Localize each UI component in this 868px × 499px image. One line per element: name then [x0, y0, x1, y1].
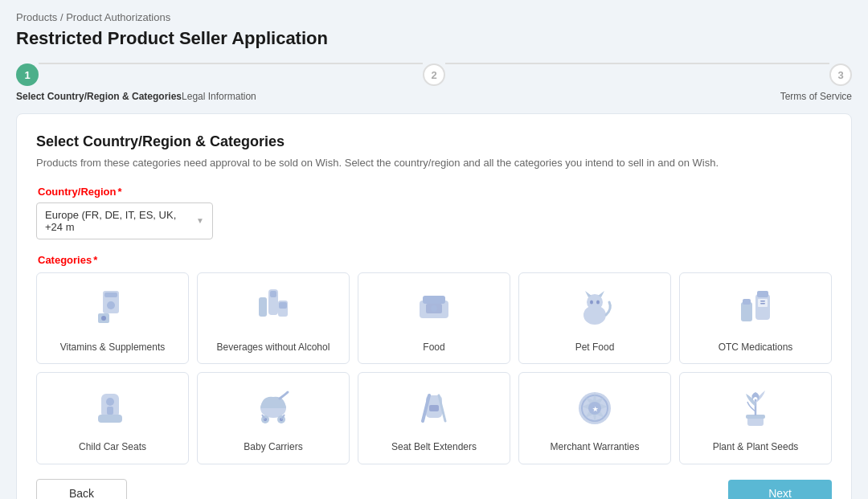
step-line-2-3	[445, 63, 829, 64]
category-otc[interactable]: OTC Medications	[679, 272, 832, 365]
svg-point-4	[101, 316, 106, 321]
section-title: Select Country/Region & Categories	[36, 133, 832, 150]
next-button[interactable]: Next	[728, 480, 832, 499]
step-circle-3: 3	[829, 63, 852, 86]
step-line-1-2	[39, 63, 423, 64]
category-vitamins[interactable]: Vitamins & Supplements	[36, 272, 189, 365]
category-food[interactable]: Food	[358, 272, 510, 365]
category-babycarrier[interactable]: Baby Carriers	[197, 372, 350, 464]
svg-rect-25	[741, 302, 752, 321]
carseat-icon	[88, 384, 137, 432]
country-label: Country/Region*	[36, 186, 832, 198]
breadcrumb: Products / Product Authorizations	[16, 11, 852, 23]
svg-point-18	[590, 300, 593, 304]
category-plant[interactable]: Plant & Plant Seeds	[679, 372, 832, 464]
svg-rect-7	[259, 297, 267, 317]
category-label-seatbelt: Seat Belt Extenders	[391, 440, 477, 454]
petfood-icon	[571, 284, 619, 333]
step-label-1: Select Country/Region & Categories	[16, 91, 182, 102]
svg-rect-26	[743, 299, 751, 305]
category-label-plant: Plant & Plant Seeds	[713, 440, 799, 454]
categories-grid: Vitamins & Supplements Beverages without…	[36, 272, 832, 465]
step-3: 3	[829, 63, 852, 86]
category-petfood[interactable]: Pet Food	[518, 272, 671, 365]
plant-icon	[731, 384, 780, 432]
step-label-2: Legal Information	[182, 91, 256, 102]
category-warranty[interactable]: ★ Merchant Warranties	[518, 372, 671, 464]
country-select[interactable]: Europe (FR, DE, IT, ES, UK, +24 m ▼	[36, 202, 213, 239]
svg-rect-24	[760, 303, 765, 305]
step-2: 2	[423, 63, 445, 86]
main-card: Select Country/Region & Categories Produ…	[16, 113, 852, 499]
svg-rect-28	[98, 415, 122, 423]
svg-rect-9	[279, 302, 287, 309]
category-label-beverages: Beverages without Alcohol	[217, 341, 330, 354]
step-circle-1: 1	[16, 63, 39, 86]
category-label-carseat: Child Car Seats	[79, 440, 146, 454]
svg-point-2	[107, 301, 115, 309]
category-label-otc: OTC Medications	[719, 341, 793, 354]
category-label-vitamins: Vitamins & Supplements	[60, 341, 166, 354]
page-title: Restricted Product Seller Application	[16, 28, 852, 49]
svg-point-13	[431, 305, 437, 312]
babycarrier-icon	[249, 384, 297, 432]
svg-rect-23	[760, 301, 765, 302]
svg-rect-41	[429, 405, 439, 411]
chevron-down-icon: ▼	[196, 216, 204, 225]
step-1: 1	[16, 63, 39, 86]
category-label-petfood: Pet Food	[575, 341, 615, 354]
beverages-icon	[249, 284, 297, 333]
svg-rect-11	[423, 296, 445, 304]
categories-label: Categories*	[36, 254, 832, 266]
svg-point-29	[106, 398, 114, 406]
section-desc: Products from these categories need appr…	[36, 155, 832, 171]
svg-rect-21	[757, 291, 768, 297]
vitamins-icon	[88, 284, 137, 333]
warranty-icon: ★	[571, 384, 619, 432]
footer-buttons: Back Next	[36, 479, 832, 499]
category-label-warranty: Merchant Warranties	[551, 440, 640, 454]
category-carseat[interactable]: Child Car Seats	[36, 372, 189, 464]
category-seatbelt[interactable]: Seat Belt Extenders	[358, 372, 510, 464]
back-button[interactable]: Back	[36, 479, 127, 499]
otc-icon	[731, 284, 780, 333]
stepper: 1 2 3	[16, 63, 852, 86]
svg-rect-1	[104, 292, 117, 297]
step-label-3: Terms of Service	[780, 91, 852, 102]
svg-text:★: ★	[592, 406, 599, 413]
category-label-babycarrier: Baby Carriers	[244, 440, 302, 454]
step-circle-2: 2	[423, 63, 445, 86]
country-value: Europe (FR, DE, IT, ES, UK, +24 m	[45, 209, 190, 233]
category-beverages[interactable]: Beverages without Alcohol	[197, 272, 350, 365]
category-label-food: Food	[423, 341, 444, 354]
svg-rect-30	[107, 407, 113, 415]
food-icon	[410, 284, 458, 333]
svg-rect-6	[270, 291, 276, 297]
seatbelt-icon	[410, 384, 458, 432]
svg-point-19	[596, 300, 600, 304]
